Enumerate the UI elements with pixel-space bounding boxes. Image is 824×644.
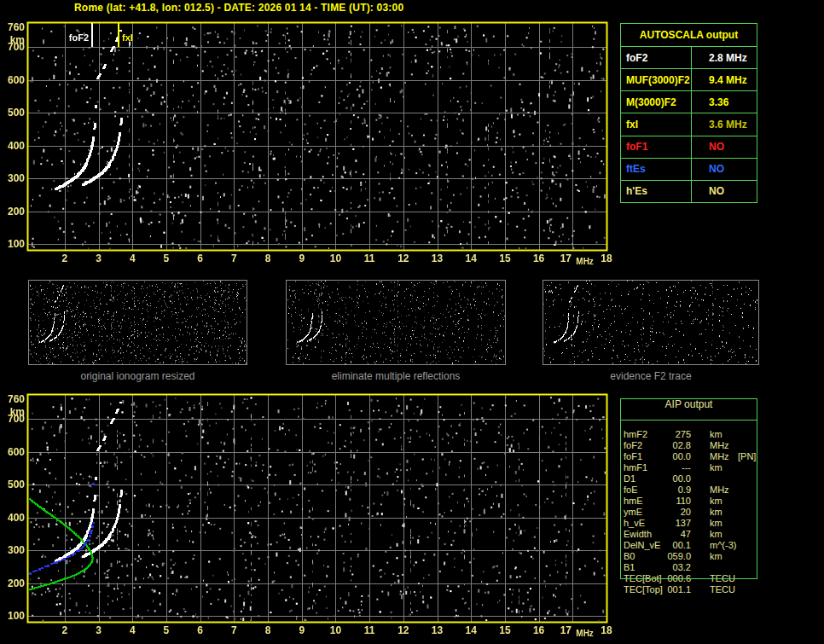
param-unit: MHz: [710, 484, 729, 496]
autoscala-row-h'Es: h'EsNO: [621, 181, 757, 202]
param-unit: km: [710, 496, 722, 507]
param-value: 275: [659, 429, 691, 440]
param-label: foF2: [624, 440, 642, 451]
thumbnail-original-ionogram: [28, 280, 247, 365]
param-value: 20: [659, 507, 691, 518]
autoscala-row-MUF(3000)F2: MUF(3000)F29.4 MHz: [621, 69, 757, 91]
param-label: ymE: [624, 507, 642, 518]
aip-output-panel: AIP output hmF2275kmfoF202.8MHzfoF100.0M…: [620, 398, 757, 603]
param-label: M(3000)F2: [621, 91, 692, 113]
param-unit: km: [710, 462, 722, 473]
param-label: hmE: [624, 496, 643, 507]
aip-row-B0: B0059.0km: [624, 551, 756, 562]
param-note: [PN]: [738, 451, 756, 462]
param-value: NO: [692, 181, 724, 202]
param-unit: km: [710, 529, 722, 540]
param-label: DelN_vE: [624, 540, 660, 551]
param-value: 001.1: [659, 584, 691, 595]
param-unit: MHz: [710, 440, 729, 451]
param-label: fxI: [621, 113, 692, 135]
aip-row-Ewidth: Ewidth47km: [624, 529, 756, 540]
aip-row-TEC[Top]: TEC[Top]001.1TECU: [624, 584, 756, 595]
aip-row-ymE: ymE20km: [624, 507, 756, 518]
aip-row-hmE: hmE110km: [624, 496, 756, 507]
param-label: foF2: [621, 47, 692, 68]
param-label: foE: [624, 484, 638, 496]
aip-output-header: AIP output: [620, 398, 757, 421]
param-value: ---: [659, 462, 691, 473]
autoscala-row-foF2: foF22.8 MHz: [621, 47, 757, 69]
param-unit: km: [710, 551, 722, 562]
thumbnail-eliminate-reflections: [286, 280, 506, 365]
param-unit: TECU: [710, 573, 735, 584]
aip-row-foF2: foF202.8MHz: [624, 440, 756, 451]
bottom-ionogram-plot: [0, 388, 618, 644]
param-value: 9.4 MHz: [692, 69, 747, 90]
param-value: 000.6: [659, 573, 691, 584]
param-label: TEC[Top]: [624, 584, 663, 595]
autoscala-row-ftEs: ftEsNO: [621, 159, 757, 181]
param-label: D1: [624, 473, 635, 484]
param-value: 03.2: [659, 562, 691, 573]
param-unit: km: [710, 507, 722, 518]
aip-row-TEC[Bot]: TEC[Bot]000.6TECU: [624, 573, 756, 584]
param-unit: m^(-3): [710, 540, 736, 551]
param-value: NO: [692, 159, 724, 180]
aip-row-foF1: foF100.0MHz[PN]: [624, 451, 756, 462]
thumbnail-caption: original ionogram resized: [28, 370, 247, 382]
param-value: 02.8: [659, 440, 691, 451]
top-ionogram-plot: [0, 15, 618, 268]
param-unit: km: [710, 518, 722, 529]
param-label: Ewidth: [624, 529, 652, 540]
autoscala-app-screen: Rome (lat: +41.8, lon: 012.5) - DATE: 20…: [0, 0, 824, 644]
param-label: TEC[Bot]: [624, 573, 662, 584]
param-value: 00.0: [659, 451, 691, 462]
aip-row-hmF1: hmF1---km: [624, 462, 756, 473]
param-value: NO: [692, 136, 724, 158]
param-label: foF1: [621, 136, 692, 158]
aip-row-h_vE: h_vE137km: [624, 518, 756, 529]
param-value: 3.36: [692, 91, 728, 113]
param-label: hmF2: [624, 429, 647, 440]
aip-row-D1: D100.0: [624, 473, 756, 484]
aip-rows: hmF2275kmfoF202.8MHzfoF100.0MHz[PN]hmF1-…: [624, 429, 756, 595]
autoscala-output-header: AUTOSCALA output: [621, 24, 757, 47]
thumbnail-caption: eliminate multiple reflections: [286, 370, 506, 382]
aip-row-foE: foE0.9MHz: [624, 484, 756, 496]
param-value: 110: [659, 496, 691, 507]
param-value: 3.6 MHz: [692, 113, 747, 135]
param-label: foF1: [624, 451, 642, 462]
param-unit: MHz: [710, 451, 729, 462]
autoscala-row-M(3000)F2: M(3000)F23.36: [621, 91, 757, 113]
param-label: h'Es: [621, 181, 692, 202]
param-value: 00.1: [659, 540, 691, 551]
param-value: 137: [659, 518, 691, 529]
param-label: B1: [624, 562, 635, 573]
param-value: 00.0: [659, 473, 691, 484]
param-unit: TECU: [710, 584, 735, 595]
param-value: 059.0: [659, 551, 691, 562]
param-label: h_vE: [624, 518, 645, 529]
aip-row-hmF2: hmF2275km: [624, 429, 756, 440]
aip-row-DelN_vE: DelN_vE00.1m^(-3): [624, 540, 756, 551]
param-label: B0: [624, 551, 635, 562]
autoscala-output-panel: AUTOSCALA output foF22.8 MHzMUF(3000)F29…: [620, 23, 757, 203]
station-date-title: Rome (lat: +41.8, lon: 012.5) - DATE: 20…: [74, 2, 403, 14]
param-label: ftEs: [621, 159, 692, 180]
thumbnail-evidence-f2-trace: [543, 280, 759, 365]
autoscala-row-fxI: fxI3.6 MHz: [621, 113, 757, 136]
param-label: MUF(3000)F2: [621, 69, 692, 90]
param-value: 47: [659, 529, 691, 540]
thumbnail-caption: evidence F2 trace: [543, 370, 759, 382]
param-label: hmF1: [624, 462, 647, 473]
aip-row-B1: B103.2: [624, 562, 756, 573]
autoscala-row-foF1: foF1NO: [621, 136, 757, 159]
param-value: 2.8 MHz: [692, 47, 747, 68]
autoscala-rows: foF22.8 MHzMUF(3000)F29.4 MHzM(3000)F23.…: [621, 47, 757, 202]
param-unit: km: [710, 429, 722, 440]
param-value: 0.9: [659, 484, 691, 496]
